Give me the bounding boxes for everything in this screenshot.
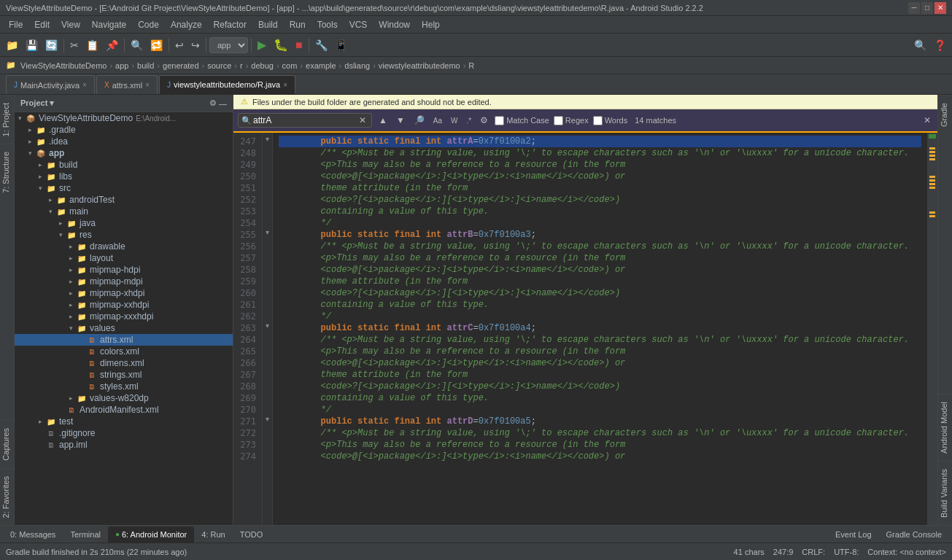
toolbar-btn-undo[interactable]: ↩ bbox=[172, 36, 187, 55]
toolbar-sdk-btn[interactable]: 🔧 bbox=[312, 36, 330, 55]
bottom-tab-messages[interactable]: 0: Messages bbox=[3, 526, 63, 542]
tree-mipmap-xxhdpi[interactable]: ▸ 📁 mipmap-xxhdpi bbox=[15, 299, 233, 311]
tree-libs[interactable]: ▸ 📁 libs bbox=[15, 171, 233, 182]
side-tab-project[interactable]: 1: Project bbox=[0, 95, 14, 144]
fold-mark-255[interactable]: ▾ bbox=[266, 226, 269, 238]
gutter-warn-1[interactable] bbox=[929, 147, 935, 149]
fold-mark-247[interactable]: ▾ bbox=[266, 133, 269, 144]
match-case-label[interactable]: Match Case bbox=[495, 116, 549, 125]
side-tab-captures[interactable]: Captures bbox=[0, 420, 14, 468]
tree-appiml[interactable]: 🗎 app.iml bbox=[15, 439, 233, 451]
words-checkbox[interactable] bbox=[593, 116, 603, 125]
menu-item-analyze[interactable]: Analyze bbox=[165, 18, 208, 31]
maximize-button[interactable]: □ bbox=[921, 2, 933, 14]
tree-src[interactable]: ▾ 📁 src bbox=[15, 182, 233, 194]
toolbar-btn-replace[interactable]: 🔁 bbox=[147, 36, 166, 55]
side-tab-favorites[interactable]: 2: Favorites bbox=[0, 468, 14, 525]
gutter-warn-9[interactable] bbox=[929, 211, 935, 214]
bottom-tab-terminal[interactable]: Terminal bbox=[63, 526, 108, 542]
gutter-warn-4[interactable] bbox=[929, 158, 935, 160]
bc-example[interactable]: example bbox=[306, 61, 336, 70]
bc-dsliang[interactable]: dsliang bbox=[344, 61, 370, 70]
find-clear-btn[interactable]: ✕ bbox=[357, 114, 368, 126]
tree-root[interactable]: ▾ 📦 ViewStyleAttributeDemo E:\Android... bbox=[15, 112, 233, 124]
tree-stylesxml[interactable]: 🗎 styles.xml bbox=[15, 381, 233, 392]
gutter-warn-6[interactable] bbox=[929, 179, 935, 182]
menu-item-build[interactable]: Build bbox=[252, 18, 284, 31]
close-button[interactable]: ✕ bbox=[934, 2, 946, 14]
tree-androidtest[interactable]: ▸ 📁 androidTest bbox=[15, 194, 233, 206]
gutter-warn-5[interactable] bbox=[929, 176, 935, 178]
tab-attrs-close[interactable]: × bbox=[145, 81, 150, 89]
toolbar-btn-redo[interactable]: ↪ bbox=[188, 36, 203, 55]
bc-com[interactable]: com bbox=[282, 61, 298, 70]
project-dropdown[interactable]: Project ▾ bbox=[20, 98, 54, 108]
find-close-btn[interactable]: ✕ bbox=[921, 114, 933, 126]
menu-item-navigate[interactable]: Navigate bbox=[86, 18, 132, 31]
bc-app[interactable]: app bbox=[115, 61, 128, 70]
tree-dimensxml[interactable]: 🗎 dimens.xml bbox=[15, 357, 233, 369]
tree-drawable[interactable]: ▸ 📁 drawable bbox=[15, 241, 233, 252]
fold-mark-271[interactable]: ▾ bbox=[266, 413, 269, 424]
gutter-warn-8[interactable] bbox=[929, 187, 935, 189]
bottom-tab-event-log[interactable]: Event Log bbox=[828, 526, 879, 542]
bc-r[interactable]: r bbox=[240, 61, 243, 70]
code-content[interactable]: public static final int attrA=0x7f0100a2… bbox=[273, 133, 927, 525]
toolbar-search-everywhere[interactable]: 🔍 bbox=[911, 36, 929, 55]
tab-rjava-close[interactable]: × bbox=[283, 81, 287, 89]
tree-java[interactable]: ▸ 📁 java bbox=[15, 217, 233, 229]
find-options-btn1[interactable]: Aa bbox=[431, 116, 444, 125]
toolbar-btn-save[interactable]: 💾 bbox=[23, 36, 41, 55]
toolbar-btn-copy[interactable]: 📋 bbox=[83, 36, 101, 55]
tab-rjava[interactable]: J viewstyleattributedemo/R.java × bbox=[159, 75, 295, 94]
tree-main[interactable]: ▾ 📁 main bbox=[15, 206, 233, 217]
side-tab-structure[interactable]: 7: Structure bbox=[0, 144, 14, 201]
match-case-checkbox[interactable] bbox=[495, 116, 504, 125]
bottom-tab-todo[interactable]: TODO bbox=[233, 526, 271, 542]
tree-layout[interactable]: ▸ 📁 layout bbox=[15, 252, 233, 264]
toolbar-stop-btn[interactable]: ■ bbox=[293, 36, 306, 55]
toolbar-btn-find[interactable]: 🔍 bbox=[128, 36, 146, 55]
menu-item-refactor[interactable]: Refactor bbox=[208, 18, 252, 31]
menu-item-help[interactable]: Help bbox=[416, 18, 446, 31]
tab-mainactivity-close[interactable]: × bbox=[82, 81, 87, 89]
toolbar-btn-1[interactable]: 📁 bbox=[3, 36, 21, 55]
gutter-current-mark[interactable] bbox=[929, 134, 936, 139]
menu-item-tools[interactable]: Tools bbox=[311, 18, 344, 31]
tree-mipmap-hdpi[interactable]: ▸ 📁 mipmap-hdpi bbox=[15, 264, 233, 276]
menu-item-run[interactable]: Run bbox=[284, 18, 311, 31]
minimize-button[interactable]: ─ bbox=[908, 2, 920, 14]
tree-app[interactable]: ▾ 📦 app bbox=[15, 147, 233, 159]
gutter-warn-10[interactable] bbox=[929, 215, 935, 217]
tree-values[interactable]: ▾ 📁 values bbox=[15, 322, 233, 334]
fold-mark-263[interactable]: ▾ bbox=[266, 319, 269, 331]
side-tab-build-variants[interactable]: Build Variants bbox=[938, 461, 952, 525]
tree-idea[interactable]: ▸ 📁 .idea bbox=[15, 136, 233, 147]
gutter-warn-3[interactable] bbox=[929, 155, 935, 157]
toolbar-help-btn[interactable]: ❓ bbox=[931, 36, 949, 55]
menu-item-view[interactable]: View bbox=[55, 18, 86, 31]
tree-values-w820dp[interactable]: ▸ 📁 values-w820dp bbox=[15, 392, 233, 404]
bottom-tab-run[interactable]: 4: Run bbox=[194, 526, 232, 542]
toolbar-run-btn[interactable]: ▶ bbox=[255, 36, 269, 55]
toolbar-btn-paste[interactable]: 📌 bbox=[103, 36, 121, 55]
tab-mainactivity[interactable]: J MainActivity.java × bbox=[6, 75, 95, 94]
bc-rjava[interactable]: R bbox=[468, 61, 474, 70]
toolbar-btn-cut[interactable]: ✂ bbox=[67, 36, 82, 55]
bc-demo[interactable]: viewstyleattributedemo bbox=[379, 61, 460, 70]
tree-manifest[interactable]: 🗎 AndroidManifest.xml bbox=[15, 404, 233, 416]
toolbar-debug-btn[interactable]: 🐛 bbox=[271, 36, 291, 55]
menu-item-window[interactable]: Window bbox=[373, 18, 416, 31]
menu-item-code[interactable]: Code bbox=[132, 18, 165, 31]
toolbar-btn-3[interactable]: 🔄 bbox=[42, 36, 61, 55]
side-tab-android-model[interactable]: Android Model bbox=[938, 394, 952, 461]
project-minimize-btn[interactable]: — bbox=[219, 98, 227, 108]
tab-attrs[interactable]: X attrs.xml × bbox=[96, 75, 158, 94]
tree-mipmap-xxxhdpi[interactable]: ▸ 📁 mipmap-xxxhdpi bbox=[15, 311, 233, 322]
find-options-btn3[interactable]: .* bbox=[464, 116, 473, 125]
toolbar-avd-btn[interactable]: 📱 bbox=[332, 36, 350, 55]
words-label[interactable]: Words bbox=[593, 116, 628, 125]
tree-test[interactable]: ▸ 📁 test bbox=[15, 416, 233, 427]
menu-item-vcs[interactable]: VCS bbox=[344, 18, 374, 31]
tree-build[interactable]: ▸ 📁 build bbox=[15, 159, 233, 171]
